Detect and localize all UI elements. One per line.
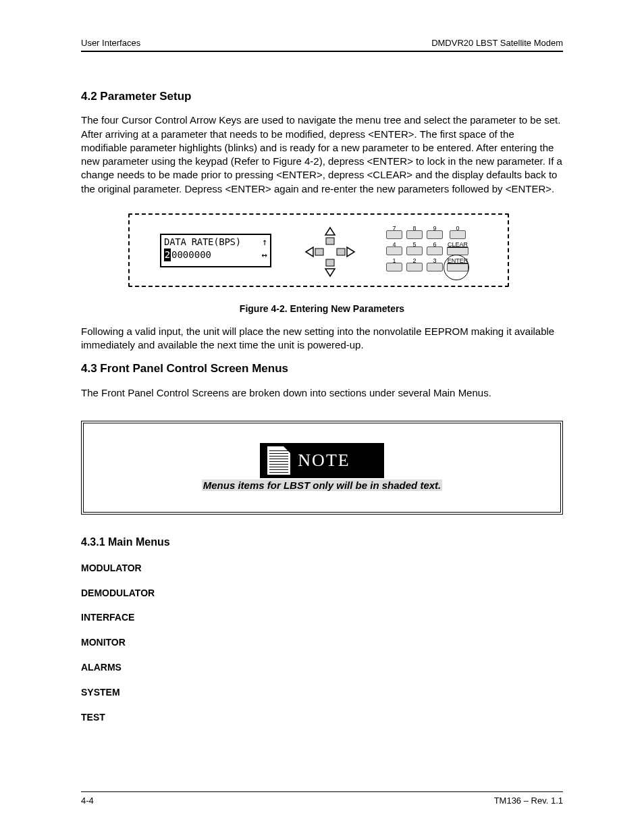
key-9: 9 xyxy=(425,230,444,241)
page-footer: 4-4 TM136 – Rev. 1.1 xyxy=(81,791,563,807)
key-8: 8 xyxy=(405,230,424,241)
figure-caption: Figure 4-2. Entering New Parameters xyxy=(81,303,563,315)
menu-monitor: MONITOR xyxy=(81,636,563,649)
header-right: DMDVR20 LBST Satellite Modem xyxy=(431,37,563,49)
key-1: 1 xyxy=(385,263,404,273)
cursor-dpad xyxy=(304,226,356,278)
lcd-cursor-digit: 2 xyxy=(164,249,171,261)
key-5: 5 xyxy=(405,246,424,257)
key-enter: ENTER xyxy=(446,263,470,273)
menu-modulator: MODULATOR xyxy=(81,562,563,575)
dpad-right-button xyxy=(337,249,345,255)
section-4-2-title: 4.2 Parameter Setup xyxy=(81,89,563,105)
arrow-up-icon xyxy=(325,228,335,235)
section-4-3-title: 4.3 Front Panel Control Screen Menus xyxy=(81,361,563,377)
key-6: 6 xyxy=(425,246,444,257)
key-4: 4 xyxy=(385,246,404,257)
figure-4-2: DATA RATE(BPS) ↑ 20000000 ↔ xyxy=(81,205,563,315)
menu-alarms: ALARMS xyxy=(81,661,563,674)
lcd-display: DATA RATE(BPS) ↑ 20000000 ↔ xyxy=(160,234,271,267)
dpad-left-button xyxy=(315,249,323,255)
page-header: User Interfaces DMDVR20 LBST Satellite M… xyxy=(81,37,563,52)
header-left: User Interfaces xyxy=(81,37,140,49)
note-banner: NOTE xyxy=(260,443,383,478)
section-4-3-1-title: 4.3.1 Main Menus xyxy=(81,535,563,550)
key-2: 2 xyxy=(405,263,424,273)
note-text: Menus items for LBST only will be in sha… xyxy=(202,479,443,491)
arrow-left-icon xyxy=(306,247,313,257)
section-4-2-paragraph: The four Cursor Control Arrow Keys are u… xyxy=(81,113,563,196)
key-3: 3 xyxy=(425,263,444,273)
numeric-keypad: 7 8 9 0 4 5 6 CLEAR 1 2 3 ENTER xyxy=(385,228,470,276)
dpad-up-button xyxy=(326,238,334,244)
key-7: 7 xyxy=(385,230,404,241)
panel-dashed-outline: DATA RATE(BPS) ↑ 20000000 ↔ xyxy=(128,213,509,287)
key-clear: CLEAR xyxy=(446,246,470,257)
menu-system: SYSTEM xyxy=(81,686,563,699)
arrow-right-icon xyxy=(347,247,354,257)
lcd-up-arrow-icon: ↑ xyxy=(262,236,267,249)
menu-demodulator: DEMODULATOR xyxy=(81,587,563,600)
main-menus-list: MODULATOR DEMODULATOR INTERFACE MONITOR … xyxy=(81,562,563,724)
footer-page-number: 4-4 xyxy=(81,795,94,807)
menu-test: TEST xyxy=(81,711,563,724)
after-figure-paragraph: Following a valid input, the unit will p… xyxy=(81,325,563,353)
lcd-line1-label: DATA RATE(BPS) xyxy=(164,236,241,249)
menu-interface: INTERFACE xyxy=(81,611,563,624)
lcd-remaining-digits: 0000000 xyxy=(171,249,211,260)
page: User Interfaces DMDVR20 LBST Satellite M… xyxy=(0,0,644,834)
document-icon xyxy=(267,446,291,475)
section-4-3-paragraph: The Front Panel Control Screens are brok… xyxy=(81,386,563,400)
dpad-down-button xyxy=(326,259,334,266)
note-box: NOTE Menus items for LBST only will be i… xyxy=(81,421,563,515)
arrow-down-icon xyxy=(325,269,335,276)
footer-doc-rev: TM136 – Rev. 1.1 xyxy=(494,795,563,807)
key-0: 0 xyxy=(446,230,470,241)
note-banner-label: NOTE xyxy=(298,448,350,472)
lcd-lr-arrow-icon: ↔ xyxy=(262,249,267,261)
